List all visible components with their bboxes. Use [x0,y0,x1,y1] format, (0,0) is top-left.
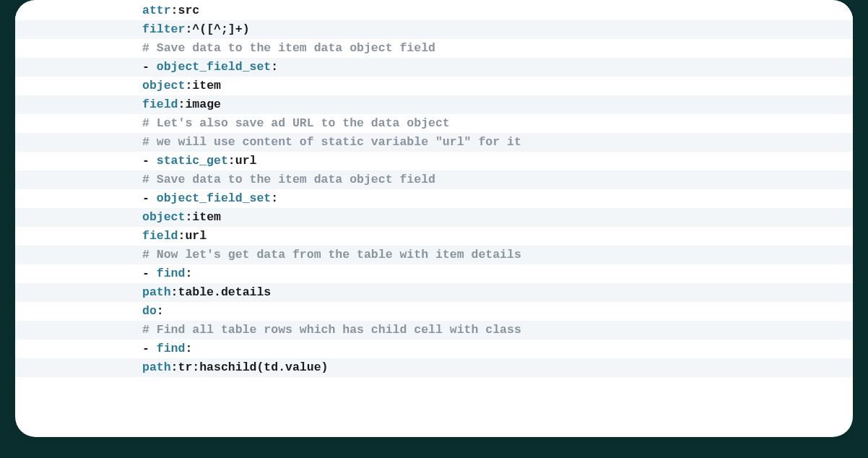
code-line: path: table.details [15,283,853,302]
code-card: attr: src filter: ^([^;]+) # Save data t… [15,0,853,437]
code-line: - find: [15,340,853,358]
code-line: path: tr:haschild(td.value) [15,358,853,377]
code-line: attr: src [15,1,853,20]
code-line: # Save data to the item data object fiel… [15,39,853,58]
code-line: filter: ^([^;]+) [15,20,853,39]
code-line: # Save data to the item data object fiel… [15,170,853,189]
code-line: - object_field_set: [15,58,853,77]
code-line: # we will use content of static variable… [15,133,853,152]
code-line: object: item [15,208,853,227]
code-line: field: url [15,227,853,246]
code-line: - static_get: url [15,152,853,170]
code-line: # Let's also save ad URL to the data obj… [15,114,853,133]
code-line: field: image [15,95,853,114]
code-line: - object_field_set: [15,189,853,208]
code-line: do: [15,302,853,321]
code-line: object: item [15,77,853,95]
code-block: attr: src filter: ^([^;]+) # Save data t… [15,1,853,377]
code-line: # Find all table rows which has child ce… [15,321,853,340]
code-line: # Now let's get data from the table with… [15,246,853,264]
code-line: - find: [15,264,853,283]
